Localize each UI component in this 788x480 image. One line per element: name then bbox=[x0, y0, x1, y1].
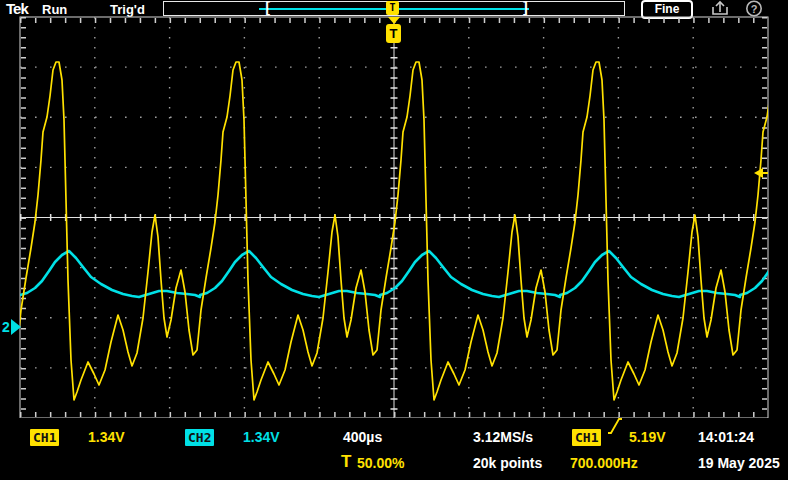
ch2-badge[interactable]: CH2 bbox=[185, 429, 214, 446]
oscilloscope-screen: Tek Run Trig'd [ ] T Fine ? bbox=[0, 0, 788, 480]
channel-2-marker-label: 2 bbox=[2, 318, 10, 336]
channel-1-trace[interactable] bbox=[20, 62, 768, 400]
trigger-position-t-label: T bbox=[341, 452, 351, 472]
channel-2-trace[interactable] bbox=[20, 251, 768, 297]
trigger-source-badge[interactable]: CH1 bbox=[572, 429, 601, 446]
trigger-frequency: 700.000Hz bbox=[570, 455, 638, 471]
ch2-scale: 1.34V bbox=[243, 429, 280, 445]
trigger-position-percent: 50.00% bbox=[357, 455, 404, 471]
trigger-level: 5.19V bbox=[629, 429, 666, 445]
sample-rate: 3.12MS/s bbox=[473, 429, 533, 445]
trigger-level-arrow-icon[interactable] bbox=[754, 168, 768, 178]
channel-2-marker-arrow-icon bbox=[11, 319, 21, 335]
clock-time: 14:01:24 bbox=[698, 429, 754, 445]
waveform-display bbox=[20, 17, 768, 418]
ch1-scale: 1.34V bbox=[88, 429, 125, 445]
horizontal-scale: 400µs bbox=[343, 429, 382, 445]
record-length: 20k points bbox=[473, 455, 542, 471]
clock-date: 19 May 2025 bbox=[698, 455, 780, 471]
trigger-position-triangle-icon[interactable] bbox=[388, 17, 400, 24]
rising-edge-slope-icon bbox=[607, 416, 623, 436]
channel-2-ground-marker[interactable]: 2 bbox=[2, 318, 22, 336]
readout-bar: CH1 1.34V CH2 1.34V 400µs 3.12MS/s CH1 5… bbox=[0, 418, 788, 480]
ch1-badge[interactable]: CH1 bbox=[30, 429, 59, 446]
trigger-position-badge[interactable]: T bbox=[386, 24, 401, 43]
